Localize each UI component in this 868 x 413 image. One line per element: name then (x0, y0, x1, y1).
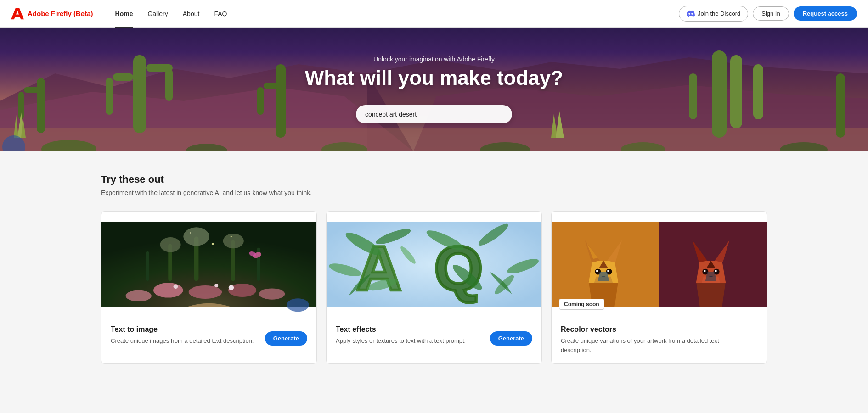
card-title-recolor-vectors: Recolor vectors (561, 325, 750, 334)
text-to-image-illustration (101, 212, 316, 317)
coming-soon-badge: Coming soon (559, 299, 604, 310)
card-title-text-effects: Text effects (336, 325, 483, 334)
cards-grid: Text to image Create unique images from … (101, 211, 767, 364)
text-effects-illustration: A A Q Q (327, 212, 541, 317)
svg-rect-38 (146, 251, 149, 281)
svg-marker-97 (598, 272, 609, 281)
svg-rect-13 (276, 64, 286, 138)
discord-icon (687, 10, 695, 18)
nav-home[interactable]: Home (108, 0, 141, 28)
svg-point-41 (160, 237, 180, 252)
svg-point-93 (715, 270, 717, 272)
hero-title: What will you make today? (305, 67, 563, 89)
svg-rect-20 (836, 73, 845, 138)
discord-button[interactable]: Join the Discord (679, 6, 748, 22)
section-subtitle: Experiment with the latest in generative… (101, 189, 767, 196)
svg-point-47 (259, 288, 285, 299)
card-body-text-effects: Text effects Apply styles or textures to… (327, 317, 541, 355)
card-desc-recolor-vectors: Create unique variations of your artwork… (561, 336, 750, 354)
nav-links: Home Gallery About FAQ (108, 0, 679, 28)
svg-point-48 (174, 285, 178, 289)
svg-point-55 (190, 232, 191, 234)
card-desc-text-effects: Apply styles or textures to text with a … (336, 336, 483, 346)
svg-rect-18 (689, 73, 697, 119)
svg-point-80 (596, 270, 598, 272)
card-image-text-effects: A A Q Q (327, 212, 541, 317)
svg-point-56 (287, 298, 309, 312)
card-image-text-to-image (101, 212, 316, 317)
card-image-recolor-vectors: Coming soon (552, 212, 767, 317)
hero-section: Unlock your imagination with Adobe Firef… (0, 28, 868, 151)
nav-about[interactable]: About (175, 0, 207, 28)
nav-gallery[interactable]: Gallery (140, 0, 175, 28)
card-text-text-effects: Text effects Apply styles or textures to… (336, 325, 490, 346)
card-text-recolor-vectors: Recolor vectors Create unique variations… (561, 325, 757, 354)
card-text-effects: A A Q Q (326, 211, 542, 364)
svg-point-43 (153, 283, 183, 297)
request-access-button[interactable]: Request access (794, 6, 857, 21)
svg-point-40 (183, 227, 209, 246)
svg-marker-86 (696, 281, 726, 307)
nav-actions: Join the Discord Sign In Request access (679, 6, 857, 22)
svg-point-92 (704, 270, 706, 272)
adobe-icon (11, 7, 24, 20)
svg-rect-19 (753, 64, 763, 119)
generate-button-text-effects[interactable]: Generate (490, 331, 532, 346)
nav-faq[interactable]: FAQ (207, 0, 234, 28)
svg-marker-98 (705, 272, 716, 281)
section-title: Try these out (101, 173, 767, 185)
svg-rect-15 (264, 83, 286, 89)
svg-rect-5 (133, 55, 146, 133)
card-desc-text-to-image: Create unique images from a detailed tex… (111, 336, 258, 346)
svg-point-46 (125, 290, 151, 301)
svg-point-53 (212, 243, 214, 245)
hero-search-input[interactable] (356, 105, 512, 123)
nav-logo[interactable]: Adobe Firefly (Beta) (11, 7, 93, 20)
hero-subtitle: Unlock your imagination with Adobe Firef… (305, 56, 563, 63)
card-body-text-to-image: Text to image Create unique images from … (101, 317, 316, 355)
svg-rect-9 (146, 64, 173, 72)
main-content: Try these out Experiment with the latest… (0, 151, 868, 391)
svg-point-50 (229, 285, 234, 290)
card-text-to-image: Text to image Create unique images from … (101, 211, 317, 364)
signin-button[interactable]: Sign In (753, 6, 789, 21)
svg-rect-8 (165, 69, 173, 101)
svg-rect-4 (0, 128, 868, 151)
svg-rect-10 (37, 78, 45, 133)
brand-name: Adobe Firefly (Beta) (28, 10, 93, 17)
card-text-text-to-image: Text to image Create unique images from … (111, 325, 265, 346)
svg-rect-7 (113, 73, 133, 81)
svg-point-81 (607, 270, 609, 272)
svg-rect-16 (712, 50, 727, 138)
svg-rect-14 (257, 87, 264, 115)
svg-point-49 (214, 284, 218, 287)
generate-button-text-to-image[interactable]: Generate (265, 331, 307, 346)
navbar: Adobe Firefly (Beta) Home Gallery About … (0, 0, 868, 28)
hero-content: Unlock your imagination with Adobe Firef… (305, 56, 563, 100)
svg-rect-6 (106, 78, 113, 115)
svg-rect-12 (24, 87, 45, 93)
card-recolor-vectors: Coming soon Recolor vectors Create uniqu… (551, 211, 767, 364)
svg-point-44 (189, 285, 222, 299)
card-body-recolor-vectors: Recolor vectors Create unique variations… (552, 317, 767, 363)
svg-point-54 (231, 236, 232, 237)
discord-label: Join the Discord (698, 10, 740, 17)
svg-point-42 (223, 234, 244, 248)
svg-rect-17 (730, 55, 742, 128)
hero-search-wrapper (356, 105, 512, 123)
card-title-text-to-image: Text to image (111, 325, 258, 334)
